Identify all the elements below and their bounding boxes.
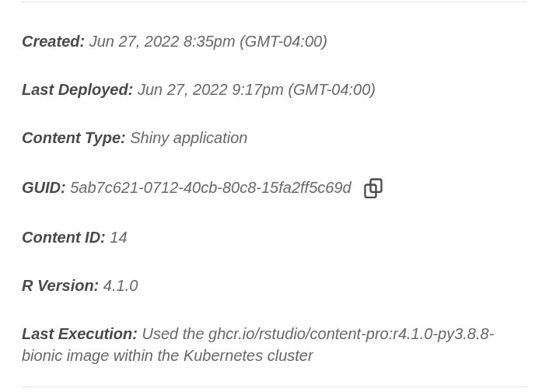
- label-last-execution: Last Execution:: [22, 325, 138, 342]
- guid-text: GUID: 5ab7c621-0712-40cb-80c8-15fa2ff5c6…: [22, 177, 351, 198]
- field-guid: GUID: 5ab7c621-0712-40cb-80c8-15fa2ff5c6…: [22, 175, 527, 200]
- value-last-deployed: Jun 27, 2022 9:17pm (GMT-04:00): [138, 81, 376, 98]
- label-created: Created:: [22, 33, 85, 50]
- copy-guid-button[interactable]: [361, 175, 386, 200]
- bottom-divider: [22, 387, 527, 387]
- field-last-execution: Last Execution: Used the ghcr.io/rstudio…: [22, 323, 527, 366]
- value-guid: 5ab7c621-0712-40cb-80c8-15fa2ff5c69d: [70, 179, 351, 196]
- field-last-deployed: Last Deployed: Jun 27, 2022 9:17pm (GMT-…: [22, 79, 527, 100]
- metadata-fields: Created: Jun 27, 2022 8:35pm (GMT-04:00)…: [22, 2, 527, 366]
- label-content-type: Content Type:: [22, 129, 126, 146]
- field-r-version: R Version: 4.1.0: [22, 275, 527, 296]
- label-last-deployed: Last Deployed:: [22, 81, 133, 98]
- field-content-id: Content ID: 14: [22, 226, 527, 248]
- value-created: Jun 27, 2022 8:35pm (GMT-04:00): [89, 33, 327, 50]
- label-r-version: R Version:: [22, 277, 99, 294]
- field-created: Created: Jun 27, 2022 8:35pm (GMT-04:00): [22, 30, 527, 52]
- copy-icon: [362, 177, 384, 198]
- value-content-type: Shiny application: [130, 129, 247, 146]
- label-content-id: Content ID:: [22, 229, 106, 246]
- label-guid: GUID:: [22, 179, 66, 196]
- value-r-version: 4.1.0: [103, 277, 138, 294]
- field-content-type: Content Type: Shiny application: [22, 127, 527, 149]
- value-content-id: 14: [110, 229, 127, 246]
